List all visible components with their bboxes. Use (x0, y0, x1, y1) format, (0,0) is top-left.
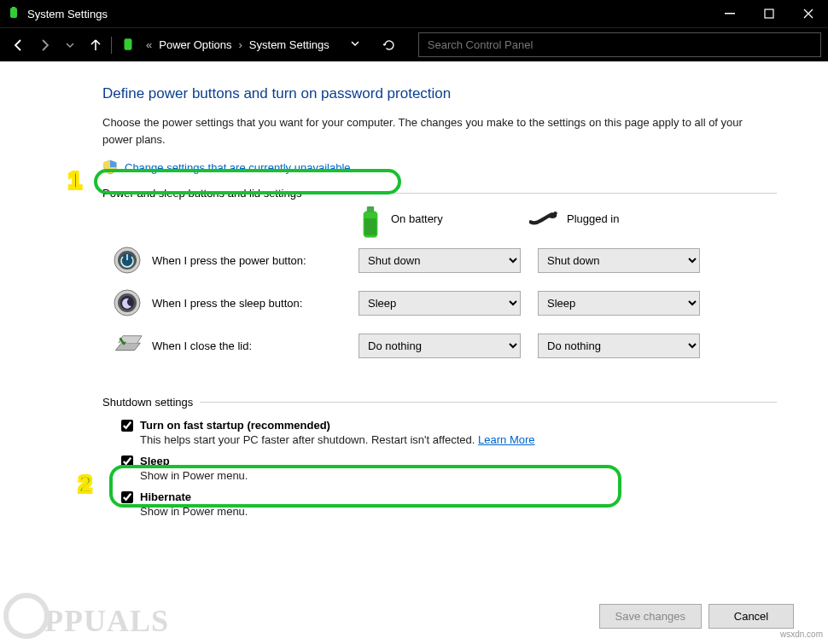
svg-rect-0 (10, 8, 17, 18)
maximize-button[interactable] (749, 0, 789, 27)
hibernate-title: Hibernate (140, 490, 191, 503)
change-settings-link[interactable]: Change settings that are currently unava… (102, 160, 794, 175)
svg-point-8 (548, 212, 557, 218)
back-button[interactable] (7, 33, 31, 57)
power-buttons-group: Power and sleep buttons and lid settings… (102, 187, 777, 374)
fast-startup-checkbox[interactable] (121, 420, 133, 432)
recent-locations-button[interactable] (58, 33, 82, 57)
power-button-icon (113, 246, 142, 275)
power-buttons-legend: Power and sleep buttons and lid settings (102, 187, 308, 200)
col-header-plugged: Plugged in (529, 206, 700, 230)
hibernate-checkbox[interactable] (121, 491, 133, 503)
watermark: PPUALS (0, 588, 172, 644)
app-icon (7, 7, 20, 20)
power-button-battery-select[interactable]: Shut down (359, 248, 521, 273)
svg-rect-4 (125, 38, 132, 50)
row-power-button: When I press the power button: Shut down… (102, 246, 777, 275)
breadcrumb-level2[interactable]: System Settings (248, 37, 331, 53)
refresh-button[interactable] (377, 33, 401, 57)
svg-rect-1 (12, 7, 15, 9)
shield-icon (102, 160, 118, 175)
svg-rect-2 (725, 13, 735, 15)
page-subtext: Choose the power settings that you want … (102, 114, 768, 148)
close-button[interactable] (789, 0, 828, 27)
row-power-button-label: When I press the power button: (152, 254, 306, 267)
credit-text: wsxdn.com (780, 629, 823, 639)
forward-button[interactable] (32, 33, 56, 57)
hibernate-desc: Show in Power menu. (140, 505, 777, 518)
learn-more-link[interactable]: Learn More (478, 433, 534, 446)
lid-icon (113, 331, 142, 360)
shutdown-legend: Shutdown settings (102, 396, 200, 409)
shutdown-group: Shutdown settings Turn on fast startup (… (102, 396, 777, 526)
shutdown-item-hibernate: Hibernate Show in Power menu. (121, 490, 777, 518)
sleep-button-icon (113, 288, 142, 317)
svg-rect-3 (765, 9, 773, 18)
save-button[interactable]: Save changes (599, 604, 702, 629)
svg-rect-7 (364, 218, 376, 235)
plug-icon (529, 209, 558, 228)
row-sleep-button: When I press the sleep button: Sleep Sle… (102, 288, 777, 317)
svg-rect-6 (367, 206, 374, 212)
lid-battery-select[interactable]: Do nothing (359, 334, 521, 358)
up-button[interactable] (84, 33, 108, 57)
row-lid: When I close the lid: Do nothing Do noth… (102, 331, 777, 360)
gear-icon (3, 593, 50, 639)
sleep-button-battery-select[interactable]: Sleep (359, 291, 521, 316)
nav-separator (111, 37, 112, 54)
shutdown-item-sleep: Sleep Show in Power menu. (121, 455, 777, 482)
fast-startup-desc: This helps start your PC faster after sh… (140, 433, 475, 446)
lid-plugged-select[interactable]: Do nothing (538, 334, 700, 358)
row-sleep-button-label: When I press the sleep button: (152, 297, 302, 310)
sleep-checkbox[interactable] (121, 455, 133, 467)
window-title: System Settings (27, 8, 710, 20)
power-button-plugged-select[interactable]: Shut down (538, 248, 700, 273)
sleep-desc: Show in Power menu. (140, 469, 777, 482)
page-title: Define power buttons and turn on passwor… (102, 85, 794, 102)
chevron-left-icon: « (146, 38, 152, 51)
location-icon (120, 38, 136, 53)
change-settings-link-text[interactable]: Change settings that are currently unava… (125, 161, 351, 174)
breadcrumb-dropdown-icon[interactable] (350, 38, 360, 51)
sleep-title: Sleep (140, 455, 170, 467)
battery-icon (359, 206, 382, 230)
minimize-button[interactable] (710, 0, 749, 27)
sleep-button-plugged-select[interactable]: Sleep (538, 291, 700, 316)
footer-buttons: Save changes Cancel (599, 604, 794, 629)
col-header-battery: On battery (359, 206, 529, 230)
breadcrumb[interactable]: « Power Options › System Settings (117, 37, 360, 53)
cancel-button[interactable]: Cancel (708, 604, 794, 629)
chevron-right-icon: › (239, 38, 242, 51)
shutdown-item-fast-startup: Turn on fast startup (recommended) This … (121, 419, 777, 446)
search-input[interactable] (418, 32, 821, 57)
breadcrumb-level1[interactable]: Power Options (157, 37, 233, 53)
watermark-text: PPUALS (44, 603, 169, 639)
row-lid-label: When I close the lid: (152, 339, 252, 352)
fast-startup-title: Turn on fast startup (recommended) (140, 419, 330, 432)
